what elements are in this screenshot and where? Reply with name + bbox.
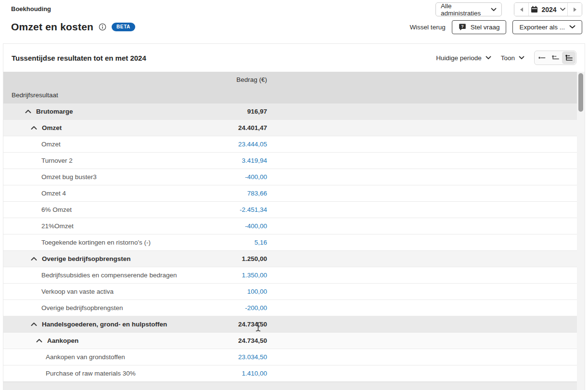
row-amount-link[interactable]: -200,00 <box>3 300 267 316</box>
ask-question-button[interactable]: ? Stel vraag <box>452 20 507 34</box>
tree-level-1-icon <box>538 54 546 61</box>
table-row-group[interactable]: Brutomarge 916,97 <box>3 104 577 120</box>
ask-question-label: Stel vraag <box>471 24 500 31</box>
tree-level-3-icon <box>565 54 573 61</box>
table-row[interactable]: 6% Omzet -2.451,34 <box>3 202 577 218</box>
chevron-down-icon <box>491 8 497 12</box>
row-amount-link[interactable]: 23.444,05 <box>3 136 267 152</box>
export-button[interactable]: Exporteer als ... <box>512 20 582 34</box>
beta-badge: BETA <box>112 23 135 31</box>
next-row-peek <box>3 382 577 390</box>
page-title: Omzet en kosten <box>11 21 93 33</box>
expand-level-group <box>534 51 576 65</box>
row-amount: 1.250,00 <box>3 251 267 267</box>
row-amount-link[interactable]: 3.419,94 <box>3 153 267 169</box>
page-title-row: Omzet en kosten BETA <box>11 20 135 34</box>
table-row-group[interactable]: Overige bedrijfsopbrengsten 1.250,00 <box>3 251 577 267</box>
row-amount-link[interactable]: 100,00 <box>3 284 267 299</box>
table-row-group[interactable]: Handelsgoederen, grond- en hulpstoffen 2… <box>3 316 577 333</box>
table-row[interactable]: Turnover 2 3.419,94 <box>3 153 577 169</box>
chat-question-icon: ? <box>459 23 466 31</box>
show-dropdown-value: Toon <box>501 54 515 62</box>
next-arrow-icon <box>573 7 577 12</box>
tree-level-2-icon <box>551 54 560 61</box>
row-amount-link[interactable]: -400,00 <box>3 169 267 185</box>
chevron-down-icon <box>560 8 565 11</box>
year-picker: 2024 <box>514 2 582 16</box>
info-icon[interactable] <box>99 23 106 31</box>
svg-text:?: ? <box>461 24 464 29</box>
panel-header: Tussentijdse resultaten tot en met 2024 … <box>3 44 585 72</box>
table-row[interactable]: Purchase of raw materials 30% 1.410,00 <box>3 365 577 382</box>
table-row[interactable]: Overige bedrijfsopbrengsten -200,00 <box>3 300 577 316</box>
panel-controls: Huidige periode Toon <box>436 51 576 65</box>
chevron-down-icon <box>569 25 575 29</box>
table-row[interactable]: Omzet 23.444,05 <box>3 136 577 153</box>
table-body: Brutomarge 916,97 Omzet 24.401,47 Omzet … <box>3 104 577 390</box>
scrollbar-thumb[interactable] <box>578 73 583 112</box>
prev-arrow-icon <box>520 7 524 12</box>
table-row[interactable]: Verkoop van vaste activa 100,00 <box>3 284 577 300</box>
results-table: Bedrag (€) Bedrijfsresultaat Brutomarge … <box>3 72 577 390</box>
show-dropdown[interactable]: Toon <box>501 54 524 62</box>
administration-select[interactable]: Alle administraties <box>435 2 502 16</box>
row-amount-link[interactable]: 23.034,50 <box>3 349 267 365</box>
app-title: Boekhouding <box>11 5 51 13</box>
table-row-group[interactable]: Aankopen 24.734,50 <box>3 333 577 349</box>
chevron-down-icon <box>486 56 491 60</box>
table-row[interactable]: Omzet bug buster3 -400,00 <box>3 169 577 185</box>
vertical-scrollbar[interactable] <box>577 72 585 390</box>
previous-year-button[interactable] <box>514 3 529 16</box>
tree-level-2-button[interactable] <box>549 52 562 64</box>
next-year-button[interactable] <box>567 3 582 16</box>
section-header: Bedrijfsresultaat <box>12 91 58 99</box>
tree-level-1-button[interactable] <box>535 52 549 64</box>
page: Boekhouding Alle administraties 2024 <box>0 0 588 390</box>
results-panel: Tussentijdse resultaten tot en met 2024 … <box>3 43 585 390</box>
row-amount-link[interactable]: 1.350,00 <box>3 267 267 283</box>
year-value: 2024 <box>541 6 556 13</box>
switch-back-link[interactable]: Wissel terug <box>409 24 445 31</box>
row-amount: 916,97 <box>3 104 267 119</box>
row-amount: 24.734,50 <box>3 333 267 349</box>
table-header: Bedrag (€) Bedrijfsresultaat <box>3 72 577 104</box>
period-dropdown-value: Huidige periode <box>436 54 482 62</box>
tree-level-3-button[interactable] <box>562 52 575 64</box>
export-label: Exporteer als ... <box>519 24 565 31</box>
year-dropdown[interactable]: 2024 <box>529 3 567 16</box>
row-amount-link[interactable]: 783,66 <box>3 185 267 201</box>
table-row[interactable]: 21%Omzet -400,00 <box>3 218 577 234</box>
amount-column-header: Bedrag (€) <box>3 76 267 83</box>
row-amount: 24.734,50 <box>3 316 267 332</box>
row-amount-link[interactable]: -2.451,34 <box>3 202 267 218</box>
row-amount: 24.401,47 <box>3 120 267 136</box>
row-amount-link[interactable]: 1.410,00 <box>3 365 267 381</box>
row-amount-link[interactable]: 5,16 <box>3 234 267 250</box>
header-actions: Wissel terug ? Stel vraag Exporteer als … <box>409 20 582 34</box>
table-row-group[interactable]: Omzet 24.401,47 <box>3 120 577 136</box>
row-amount-link[interactable]: -400,00 <box>3 218 267 234</box>
calendar-icon <box>531 6 538 13</box>
table-row[interactable]: Omzet 4 783,66 <box>3 185 577 202</box>
table-row[interactable]: Aankopen van grondstoffen 23.034,50 <box>3 349 577 365</box>
panel-title: Tussentijdse resultaten tot en met 2024 <box>12 54 146 62</box>
period-dropdown[interactable]: Huidige periode <box>436 54 491 62</box>
table-row[interactable]: Bedrijfssubsidies en compenserende bedra… <box>3 267 577 284</box>
table-row[interactable]: Toegekende kortingen en ristorno's (-) 5… <box>3 234 577 251</box>
chevron-down-icon <box>519 56 524 60</box>
administration-select-value: Alle administraties <box>441 2 491 17</box>
